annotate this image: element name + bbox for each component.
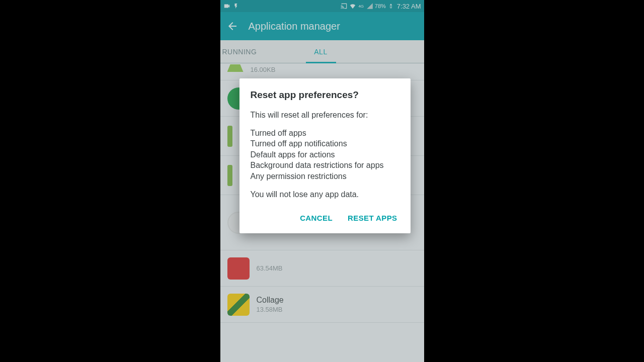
dialog-actions: CANCEL RESET APPS [251,211,399,228]
dialog-body: This will reset all preferences for: Tur… [251,110,399,200]
phone-screen: 4G 78% 7:32 AM Application manager RUNNI… [220,0,424,362]
dialog-list-item: Turned off app notifications [251,138,399,149]
dialog-list-item: Default apps for actions [251,149,399,160]
dialog-list-item: Turned off apps [251,128,399,139]
dialog-list-item: Any permission restrictions [251,171,399,182]
dialog-list-item: Background data restrictions for apps [251,160,399,171]
dialog-intro: This will reset all preferences for: [251,110,399,121]
reset-preferences-dialog: Reset app preferences? This will reset a… [239,78,411,233]
dialog-footer: You will not lose any app data. [251,189,399,200]
reset-apps-button[interactable]: RESET APPS [346,211,399,225]
cancel-button[interactable]: CANCEL [298,211,335,225]
dialog-title: Reset app preferences? [251,89,399,101]
